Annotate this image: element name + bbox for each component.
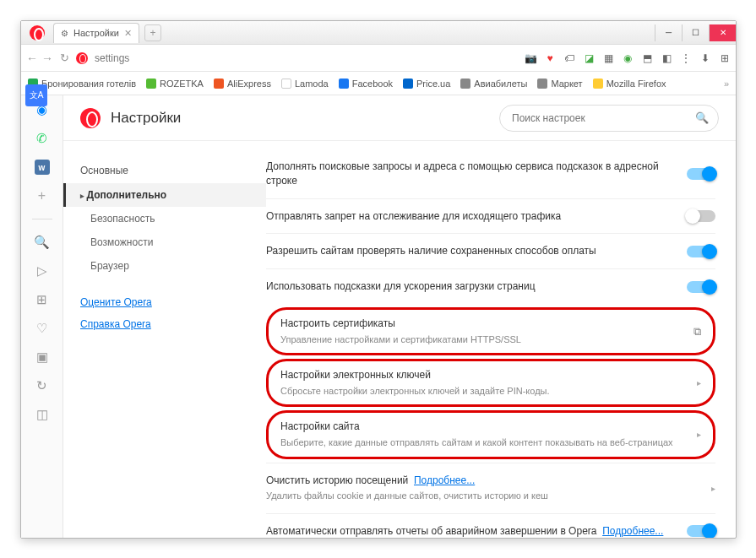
bookmarks-overflow-icon[interactable]: » [724,79,729,89]
bookmark-item[interactable]: Маркет [537,79,582,89]
bookmark-item[interactable]: AliExpress [214,79,271,89]
bookmark-item[interactable]: Lamoda [281,79,329,89]
bookmarks-sidebar-icon[interactable]: ♡ [34,321,51,336]
bookmark-label: Mozilla Firefox [606,79,666,89]
bookmark-item[interactable]: Price.ua [403,79,450,89]
nav-rate-opera[interactable]: Оцените Opera [63,291,266,313]
bookmark-label: Facebook [352,79,393,89]
opera-menu-icon[interactable] [30,25,45,41]
ext-icon[interactable]: ▦ [602,52,614,64]
bookmarks-bar: Бронирования готелівROZETKAAliExpressLam… [21,72,736,95]
bookmark-icon[interactable]: 🏷 [563,52,575,64]
page-title: Настройки [111,110,181,127]
speed-dial-icon[interactable]: ⊞ [34,292,51,307]
nav-help-opera[interactable]: Справка Opera [63,313,266,335]
setting-link-row[interactable]: Настройки сайтаВыберите, какие данные от… [266,410,715,458]
favicon [403,79,413,89]
whatsapp-icon[interactable]: ✆ [34,131,51,146]
nav-advanced[interactable]: Дополнительно [63,183,266,207]
ext-icon[interactable]: ◧ [661,52,672,64]
sidebar: ◉ ✆ + 🔍 ▷ ⊞ ♡ ▣ ↻ ◫ [21,95,63,538]
close-window-button[interactable]: ✕ [709,24,736,41]
toolbar-icons: 📷 ♥ 🏷 ◪ ▦ ◉ ⬒ ◧ ⋮ ⬇ ⊞ [525,52,731,64]
new-tab-button[interactable]: + [144,24,161,41]
setting-link-row[interactable]: Настроить сертификатыУправление настройк… [266,307,715,355]
minimize-button[interactable]: ─ [655,24,682,41]
bookmark-item[interactable]: ROZETKA [146,79,204,89]
translate-widget-icon[interactable]: 文A [25,84,47,106]
divider [32,219,52,219]
history-sidebar-icon[interactable]: ↻ [34,378,51,393]
toggle[interactable] [687,168,715,180]
popout-icon: ⧉ [693,325,701,339]
bookmark-item[interactable]: Facebook [339,79,393,89]
setting-title: Настройки сайта [280,420,687,434]
search-sidebar-icon[interactable]: 🔍 [34,235,51,250]
bookmark-item[interactable]: Mozilla Firefox [593,79,666,89]
news-sidebar-icon[interactable]: ▣ [34,349,51,365]
gear-icon: ⚙ [61,29,68,38]
toolbar: ← → ↻ settings 📷 ♥ 🏷 ◪ ▦ ◉ ⬒ ◧ ⋮ ⬇ ⊞ [21,45,736,72]
ext-icon[interactable]: ◪ [583,52,595,64]
ext-icon[interactable]: ◉ [622,52,634,64]
favicon [460,79,470,89]
bookmark-label: Lamoda [295,79,329,89]
ext-icon[interactable]: ⋮ [680,52,692,64]
nav-security[interactable]: Безопасность [63,207,266,230]
ext-icon[interactable]: ⬒ [641,52,653,64]
favicon [537,79,547,89]
camera-icon[interactable]: 📷 [525,52,536,64]
favicon [593,79,603,89]
tab-settings[interactable]: ⚙ Настройки ✕ [53,23,139,43]
toggle[interactable] [687,210,715,222]
opera-url-icon [76,52,88,64]
setting-label: Разрешить сайтам проверять наличие сохра… [266,244,677,258]
toggle[interactable] [687,246,715,257]
setting-label: Использовать подсказки для ускорения заг… [266,279,677,294]
back-button[interactable]: ← [26,51,38,65]
setting-link-row[interactable]: Очистить историю посещений Подробнее...У… [266,463,715,513]
heart-icon[interactable]: ♥ [544,52,556,64]
bookmark-label: ROZETKA [160,79,204,89]
setting-link-row[interactable]: Настройки электронных ключейСбросьте нас… [266,359,715,407]
favicon [339,79,349,89]
bookmark-label: Маркет [551,79,582,89]
nav-features[interactable]: Возможности [63,230,266,254]
learn-more-link[interactable]: Подробнее... [414,474,475,486]
nav-browser[interactable]: Браузер [63,254,266,278]
close-tab-icon[interactable]: ✕ [124,28,132,39]
setting-title: Очистить историю посещений [266,474,408,486]
titlebar: ⚙ Настройки ✕ + ─ ☐ ✕ [21,21,736,45]
nav-main[interactable]: Основные [63,158,266,183]
settings-nav: Основные Дополнительно Безопасность Возм… [63,141,266,538]
reload-button[interactable]: ↻ [60,51,69,64]
setting-title: Настройки электронных ключей [280,368,687,382]
bookmark-item[interactable]: Авиабилеты [460,79,527,89]
easy-setup-icon[interactable]: ⊞ [719,52,731,64]
flow-icon[interactable]: ▷ [34,263,51,279]
window-controls: ─ ☐ ✕ [655,24,736,41]
setting-label: Дополнять поисковые запросы и адреса с п… [266,160,677,188]
bookmark-label: Бронирования готелів [41,79,136,89]
chevron-right-icon: ▸ [697,430,701,439]
tab-title: Настройки [73,28,119,38]
favicon [146,79,156,89]
add-sidebar-icon[interactable]: + [34,188,51,203]
address-text[interactable]: settings [95,52,129,64]
toggle[interactable] [687,525,715,537]
bookmark-label: Price.ua [416,79,450,89]
vk-icon[interactable] [35,160,50,175]
learn-more-link[interactable]: Подробнее... [602,525,663,537]
toggle[interactable] [687,281,715,293]
forward-button[interactable]: → [41,51,53,65]
bookmark-label: Авиабилеты [474,79,527,89]
settings-list: Дополнять поисковые запросы и адреса с п… [266,141,736,538]
chevron-right-icon: ▸ [697,378,701,387]
download-icon[interactable]: ⬇ [699,52,711,64]
setting-label: Автоматически отправлять отчеты об авари… [266,524,677,538]
setting-desc: Выберите, какие данные отправлять сайтам… [280,436,687,449]
setting-title: Настроить сертификаты [280,317,683,331]
maximize-button[interactable]: ☐ [682,24,709,41]
search-input[interactable] [499,105,719,132]
extensions-sidebar-icon[interactable]: ◫ [34,407,51,422]
